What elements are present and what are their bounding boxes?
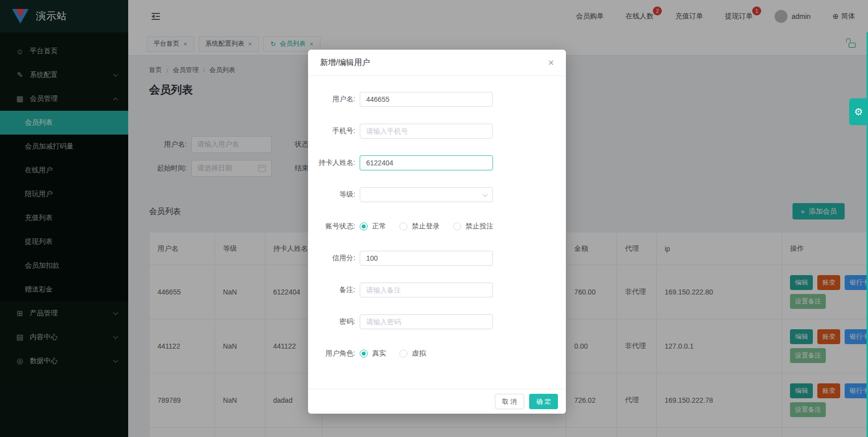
settings-panel-button[interactable]: ⚙ xyxy=(849,98,868,125)
form-row-cardholder: 持卡人姓名: xyxy=(308,155,566,170)
phone-label: 手机号: xyxy=(308,127,355,136)
account-status-radio-group: 正常 禁止登录 禁止投注 xyxy=(360,222,493,231)
role-label: 用户角色: xyxy=(308,349,355,358)
confirm-button[interactable]: 确 定 xyxy=(529,394,558,409)
cancel-button[interactable]: 取 消 xyxy=(495,394,525,409)
form-row-phone: 手机号: xyxy=(308,124,566,139)
dialog-header: 新增/编辑用户 × xyxy=(308,50,566,76)
radio-normal[interactable]: 正常 xyxy=(360,222,386,231)
form-row-credit: 信用分: xyxy=(308,251,566,266)
username-field[interactable] xyxy=(360,92,493,107)
form-row-account-status: 账号状态: 正常 禁止登录 禁止投注 xyxy=(308,219,566,234)
dialog-footer: 取 消 确 定 xyxy=(308,389,566,414)
credit-field[interactable] xyxy=(360,251,493,266)
form-row-username: 用户名: xyxy=(308,92,566,107)
credit-label: 信用分: xyxy=(308,254,355,263)
form-row-remark: 备注: xyxy=(308,283,566,297)
radio-virtual[interactable]: 虚拟 xyxy=(399,349,426,358)
radio-real[interactable]: 真实 xyxy=(360,349,386,358)
radio-icon xyxy=(360,350,368,358)
form-row-level: 等级: xyxy=(308,187,566,202)
add-edit-user-dialog: 新增/编辑用户 × 用户名: 手机号: 持卡人姓名: 等级: 账号状态: 正常 xyxy=(308,50,566,414)
level-label: 等级: xyxy=(308,190,355,199)
gear-icon: ⚙ xyxy=(854,106,863,118)
phone-field[interactable] xyxy=(360,124,493,139)
close-icon[interactable]: × xyxy=(548,58,554,68)
form-row-role: 用户角色: 真实 虚拟 xyxy=(308,346,566,361)
radio-icon xyxy=(399,222,407,230)
level-select[interactable] xyxy=(360,187,493,202)
username-label: 用户名: xyxy=(308,95,355,104)
password-field[interactable] xyxy=(360,314,493,329)
cardholder-label: 持卡人姓名: xyxy=(308,158,355,167)
radio-icon xyxy=(453,222,461,230)
remark-field[interactable] xyxy=(360,283,493,297)
dialog-title: 新增/编辑用户 xyxy=(320,58,370,68)
role-radio-group: 真实 虚拟 xyxy=(360,349,426,358)
form-row-password: 密码: xyxy=(308,314,566,329)
account-status-label: 账号状态: xyxy=(308,222,355,231)
remark-label: 备注: xyxy=(308,286,355,294)
radio-forbid-bet[interactable]: 禁止投注 xyxy=(453,222,493,231)
password-label: 密码: xyxy=(308,317,355,326)
cardholder-field[interactable] xyxy=(360,155,493,170)
chevron-down-icon xyxy=(483,192,488,197)
radio-icon xyxy=(360,222,368,230)
radio-icon xyxy=(399,350,407,358)
dialog-form: 用户名: 手机号: 持卡人姓名: 等级: 账号状态: 正常 禁止 xyxy=(308,76,566,361)
radio-forbid-login[interactable]: 禁止登录 xyxy=(399,222,440,231)
